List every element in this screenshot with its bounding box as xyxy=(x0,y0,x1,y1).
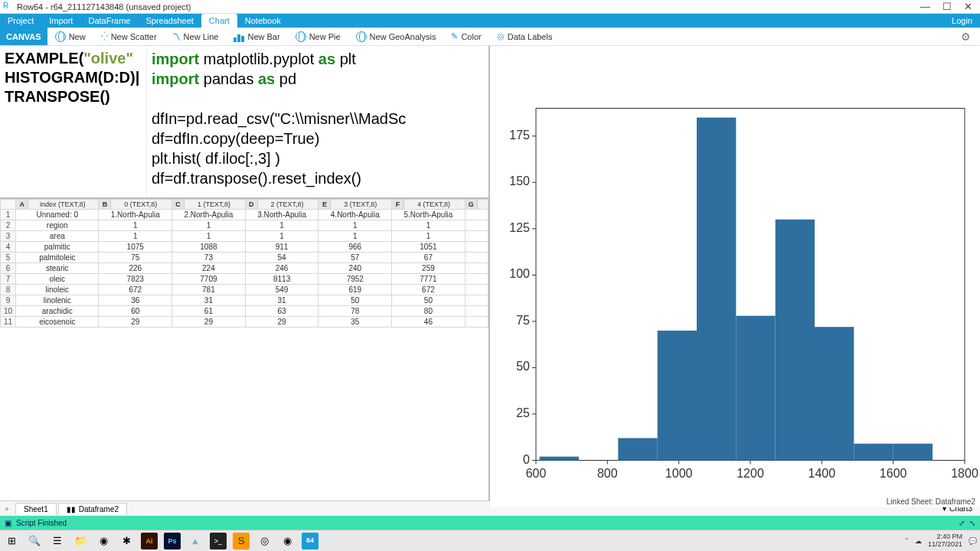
chart-toolbar: CANVAS New ⁛New Scatter 〽New Line New Ba… xyxy=(0,28,980,46)
new-button[interactable]: New xyxy=(47,31,93,42)
notification-icon[interactable]: 💬 xyxy=(969,537,977,545)
svg-rect-34 xyxy=(697,118,736,461)
svg-text:125: 125 xyxy=(509,221,530,234)
new-line-button[interactable]: 〽New Line xyxy=(165,32,227,41)
photoshop-icon[interactable]: Ps xyxy=(164,533,181,549)
login-link[interactable]: Login xyxy=(944,14,980,28)
app-icon: R xyxy=(3,2,14,12)
linked-sheet-label: Linked Sheet: Dataframe2 xyxy=(887,497,975,506)
col-header[interactable]: D2 (TEXT,8) xyxy=(245,200,318,210)
explorer-icon[interactable]: 📁 xyxy=(72,533,89,549)
pie-icon xyxy=(296,31,306,42)
svg-text:175: 175 xyxy=(509,129,530,142)
tray-cloud-icon[interactable]: ☁ xyxy=(915,537,922,545)
menu-dataframe[interactable]: DataFrame xyxy=(80,14,138,28)
table-row[interactable]: 3area11111 xyxy=(1,231,488,242)
menu-bar: Project Import DataFrame Spreadsheet Cha… xyxy=(0,14,980,28)
illustrator-icon[interactable]: Ai xyxy=(141,533,158,549)
color-button[interactable]: ✎Color xyxy=(443,31,488,41)
terminal-icon[interactable]: >_ xyxy=(210,533,227,549)
svg-text:150: 150 xyxy=(509,174,530,187)
line-icon: 〽 xyxy=(172,32,181,41)
add-sheet-button[interactable]: ＋ xyxy=(0,504,14,514)
new-bar-button[interactable]: New Bar xyxy=(226,31,287,42)
script-status-bar: ▣ Script Finished ⤢⤡ xyxy=(0,516,980,530)
table-row[interactable]: 8linoleic672781549619672 xyxy=(1,285,488,295)
expand-icon[interactable]: ⤢ xyxy=(959,519,965,527)
menu-chart[interactable]: Chart xyxy=(201,14,237,28)
svg-text:25: 25 xyxy=(516,406,530,419)
maximize-button[interactable]: ☐ xyxy=(942,1,952,12)
table-row[interactable]: 10arachidic6061637880 xyxy=(1,306,488,317)
python-panel[interactable]: import matplotlib.pyplot as plt import p… xyxy=(147,46,488,197)
slack-icon[interactable]: ✱ xyxy=(118,533,135,549)
new-geo-button[interactable]: New GeoAnalysis xyxy=(348,31,444,42)
svg-rect-37 xyxy=(815,327,854,460)
window-title: Row64 - r64_211127143848 (unsaved projec… xyxy=(17,2,920,11)
svg-rect-32 xyxy=(618,438,657,460)
scatter-icon: ⁛ xyxy=(101,31,108,41)
svg-text:1000: 1000 xyxy=(665,467,693,480)
script-status-text: Script Finished xyxy=(16,519,67,527)
svg-rect-31 xyxy=(540,457,579,461)
menu-spreadsheet[interactable]: Spreadsheet xyxy=(138,14,201,28)
obs-icon[interactable]: ◎ xyxy=(256,533,273,549)
svg-text:75: 75 xyxy=(516,314,530,327)
svg-text:800: 800 xyxy=(597,467,618,480)
system-clock[interactable]: 2:40 PM 11/27/2021 xyxy=(928,533,962,548)
pause-icon: ▮▮ xyxy=(67,505,76,514)
svg-text:50: 50 xyxy=(516,360,530,373)
close-button[interactable]: ✕ xyxy=(964,1,972,12)
globe-icon xyxy=(55,31,66,42)
new-pie-button[interactable]: New Pie xyxy=(288,31,348,42)
svg-rect-38 xyxy=(854,444,893,461)
table-row[interactable]: 6stearic226224246240259 xyxy=(1,263,488,274)
svg-text:1800: 1800 xyxy=(951,467,978,480)
tab-dataframe2[interactable]: ▮▮Dataframe2 xyxy=(58,503,127,515)
new-scatter-button[interactable]: ⁛New Scatter xyxy=(93,31,165,41)
svg-rect-36 xyxy=(776,220,815,461)
col-header[interactable]: Aindex (TEXT,8) xyxy=(16,200,99,210)
col-header[interactable]: G xyxy=(465,200,488,210)
search-button[interactable]: 🔍 xyxy=(26,533,43,549)
minimize-button[interactable]: ― xyxy=(920,1,930,12)
svg-rect-33 xyxy=(658,331,697,460)
collapse-icon[interactable]: ⤡ xyxy=(969,519,975,527)
table-row[interactable]: 9linolenic3631315050 xyxy=(1,295,488,306)
start-button[interactable]: ⊞ xyxy=(3,533,20,549)
vscode-icon[interactable]: ⟁ xyxy=(187,533,204,549)
data-labels-button[interactable]: ◎Data Labels xyxy=(489,31,560,41)
spreadsheet[interactable]: Aindex (TEXT,8)B0 (TEXT,8)C1 (TEXT,8)D2 … xyxy=(0,199,488,500)
col-header[interactable]: F4 (TEXT,8) xyxy=(392,200,466,210)
tray-chevron-icon[interactable]: ˄ xyxy=(905,537,909,545)
svg-text:1400: 1400 xyxy=(808,467,836,480)
chrome-icon[interactable]: ◉ xyxy=(95,533,112,549)
svg-text:0: 0 xyxy=(523,453,530,466)
app-icon[interactable]: ◉ xyxy=(279,533,296,549)
table-row[interactable]: 11eicosenoic2929293546 xyxy=(1,317,488,328)
col-header[interactable]: E3 (TEXT,8) xyxy=(318,200,392,210)
col-header[interactable]: C1 (TEXT,8) xyxy=(172,200,246,210)
canvas-button[interactable]: CANVAS xyxy=(0,28,47,45)
table-row[interactable]: 2region11111 xyxy=(1,220,488,231)
globe-icon xyxy=(356,31,367,42)
svg-text:1200: 1200 xyxy=(737,467,764,480)
chart-canvas[interactable]: 0255075100125150175600800100012001400160… xyxy=(490,46,980,507)
menu-project[interactable]: Project xyxy=(0,14,41,28)
tab-sheet1[interactable]: Sheet1 xyxy=(15,503,57,515)
macro-panel[interactable]: EXAMPLE("olive" HISTOGRAM(D:D)| TRANSPOS… xyxy=(0,46,147,197)
table-row[interactable]: 1Unnamed: 01.North-Apulia2.North-Apulia3… xyxy=(1,210,488,220)
table-row[interactable]: 5palmitoleic7573545767 xyxy=(1,253,488,263)
table-row[interactable]: 4palmitic107510889119661051 xyxy=(1,242,488,253)
col-header[interactable]: B0 (TEXT,8) xyxy=(99,200,172,210)
task-view-button[interactable]: ☰ xyxy=(49,533,66,549)
sublime-icon[interactable]: S xyxy=(233,533,250,549)
window-titlebar: R Row64 - r64_211127143848 (unsaved proj… xyxy=(0,0,980,14)
menu-import[interactable]: Import xyxy=(41,14,80,28)
svg-text:600: 600 xyxy=(526,467,547,480)
settings-gear-icon[interactable]: ⚙ xyxy=(952,31,980,43)
menu-notebook[interactable]: Notebook xyxy=(237,14,289,28)
table-row[interactable]: 7oleic78237709811379527771 xyxy=(1,274,488,285)
row64-icon[interactable]: 64 xyxy=(302,533,318,549)
svg-rect-39 xyxy=(893,444,933,461)
